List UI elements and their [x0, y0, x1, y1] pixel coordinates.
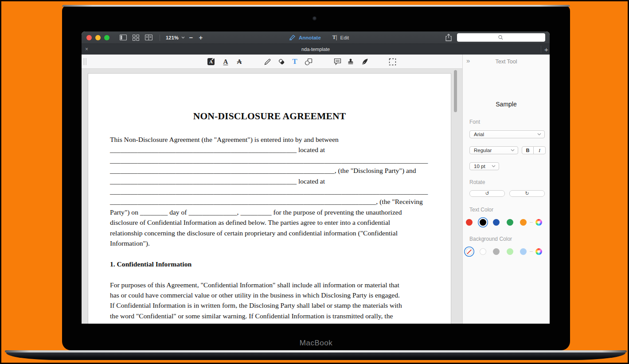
- document-spacer: [110, 269, 429, 279]
- tab-title[interactable]: nda-template: [82, 47, 550, 52]
- document-heading: 1. Confidential Information: [110, 259, 429, 269]
- signature-pen-tool-icon[interactable]: [359, 55, 370, 69]
- document-line: ________________________________________…: [110, 186, 429, 196]
- font-family-dropdown[interactable]: Arial: [469, 130, 545, 138]
- document-line: the word "Confidential" or some similar …: [110, 311, 429, 321]
- tab-annotate[interactable]: Annotate: [289, 35, 321, 40]
- macbook-base-body: [6, 352, 625, 360]
- lid-top-edge: [62, 5, 570, 7]
- green-color-swatch[interactable]: [507, 219, 513, 226]
- rotate-cw-button[interactable]: ↻: [509, 190, 545, 197]
- rotate-ccw-button[interactable]: ↺: [469, 190, 505, 197]
- chevron-down-icon: [492, 165, 496, 168]
- mode-switcher: Annotate T| Edit: [289, 31, 349, 43]
- view-controls: [119, 34, 152, 41]
- sidebar-toggle-icon[interactable]: [119, 34, 127, 41]
- zoom-in-button[interactable]: +: [197, 34, 204, 41]
- document-line: has or could have commercial value or ot…: [110, 290, 429, 300]
- swatch-separator: [530, 251, 533, 252]
- font-style-dropdown[interactable]: Regular: [469, 146, 518, 154]
- stamp-tool-icon[interactable]: [345, 55, 356, 69]
- document-body: This Non-Disclosure Agreement (the "Agre…: [110, 134, 429, 321]
- font-label: Font: [469, 119, 480, 125]
- document-spacer: [110, 248, 429, 258]
- font-size-value: 10 pt: [470, 164, 492, 169]
- background-color-swatches: [466, 248, 542, 255]
- highlight-glyph: A: [207, 58, 215, 65]
- bold-italic-group: B I: [522, 146, 546, 154]
- macbook-base: [5, 350, 627, 361]
- tab-bar: × nda-template +: [82, 43, 550, 55]
- highlight-tool-icon[interactable]: A: [206, 55, 216, 69]
- rotate-ccw-icon: ↺: [485, 191, 489, 196]
- note-tool-icon[interactable]: [332, 55, 343, 69]
- strikethrough-tool-icon[interactable]: A: [234, 55, 245, 69]
- document-line: ________________________________________…: [110, 176, 429, 186]
- edit-label: Edit: [340, 35, 349, 40]
- sample-preview: Sample: [463, 101, 550, 108]
- tab-edit[interactable]: T| Edit: [332, 34, 349, 41]
- light-green-color-swatch[interactable]: [507, 248, 513, 255]
- minimize-window-button[interactable]: [95, 35, 101, 40]
- document-area: NON-DISCLOSURE AGREEMENT This Non-Disclo…: [82, 69, 462, 324]
- pdf-editor-window: 121% − + Annotate T| Edit: [82, 31, 550, 324]
- two-page-view-icon[interactable]: [145, 34, 152, 41]
- annotation-toolbar: A A A T: [82, 55, 462, 69]
- new-tab-button[interactable]: +: [543, 44, 550, 55]
- custom-color-swatch[interactable]: [535, 219, 542, 226]
- tab-divider: [541, 46, 541, 53]
- italic-button[interactable]: I: [534, 147, 545, 154]
- rotate-cw-icon: ↻: [525, 191, 529, 196]
- eraser-tool-icon[interactable]: [276, 55, 287, 69]
- toolbar-grip-handle[interactable]: [83, 58, 87, 65]
- document-line: ________________________________________…: [110, 155, 429, 165]
- white-color-swatch[interactable]: [480, 248, 486, 255]
- red-color-swatch[interactable]: [466, 219, 473, 226]
- selection-tool-icon[interactable]: [387, 55, 398, 69]
- text-tool-icon[interactable]: T: [289, 55, 300, 69]
- shapes-tool-icon[interactable]: [303, 55, 314, 69]
- close-window-button[interactable]: [86, 35, 92, 40]
- text-tool-panel: » Text Tool Sample Font Arial Regular B …: [462, 55, 550, 324]
- document-line: relationship concerning the disclosure o…: [110, 228, 429, 238]
- panel-header: » Text Tool: [463, 55, 550, 69]
- document-line: ________________________________________…: [110, 165, 429, 176]
- gray-color-swatch[interactable]: [493, 248, 500, 255]
- orange-color-swatch[interactable]: [520, 219, 527, 226]
- thumbnails-view-icon[interactable]: [132, 34, 140, 41]
- rotate-label: Rotate: [469, 179, 485, 185]
- zoom-controls: 121% − +: [166, 34, 204, 41]
- pencil-tool-icon[interactable]: [262, 55, 273, 69]
- chevron-down-icon: [511, 149, 515, 152]
- document-line: ________________________________________…: [110, 145, 429, 155]
- none-color-swatch[interactable]: [466, 248, 473, 255]
- document-line: ________________________________________…: [110, 196, 429, 207]
- underline-glyph: A: [223, 58, 228, 66]
- text-color-label: Text Color: [469, 207, 493, 213]
- blue-color-swatch[interactable]: [493, 219, 500, 226]
- search-input[interactable]: [457, 33, 545, 42]
- panel-title: Text Tool: [463, 59, 550, 65]
- custom-color-swatch[interactable]: [535, 248, 542, 255]
- strikethrough-glyph: A: [237, 58, 242, 66]
- text-color-swatches: [466, 219, 542, 226]
- pdf-page[interactable]: NON-DISCLOSURE AGREEMENT This Non-Disclo…: [88, 73, 451, 324]
- bold-button[interactable]: B: [522, 147, 534, 154]
- underline-tool-icon[interactable]: A: [220, 55, 231, 69]
- font-size-dropdown[interactable]: 10 pt: [469, 162, 499, 170]
- toolbar-divider: [160, 35, 160, 41]
- macbook-label: MacBook: [62, 339, 570, 348]
- document-line: Party") on ________ day of _____________…: [110, 207, 429, 217]
- zoom-level[interactable]: 121%: [166, 35, 179, 40]
- chevron-down-icon: [537, 133, 541, 136]
- titlebar: 121% − + Annotate T| Edit: [82, 31, 550, 43]
- share-icon[interactable]: [445, 34, 452, 41]
- zoom-out-button[interactable]: −: [188, 34, 195, 41]
- fullscreen-window-button[interactable]: [104, 35, 109, 40]
- light-blue-color-swatch[interactable]: [520, 248, 527, 255]
- document-line: This Non-Disclosure Agreement (the "Agre…: [110, 134, 429, 145]
- edit-text-icon: T|: [332, 34, 337, 41]
- vertical-scrollbar[interactable]: [454, 70, 457, 112]
- text-tool-glyph: T: [292, 57, 297, 66]
- black-color-swatch[interactable]: [480, 219, 486, 226]
